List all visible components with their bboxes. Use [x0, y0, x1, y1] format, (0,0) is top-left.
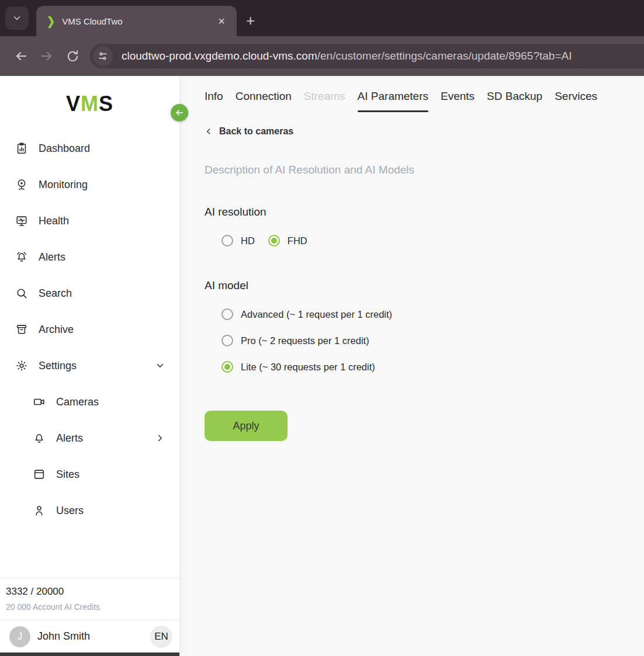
bell-icon — [33, 432, 46, 445]
sidebar-item-alerts[interactable]: Alerts — [0, 239, 179, 275]
sidebar-item-search[interactable]: Search — [0, 275, 179, 311]
ai-model-label: AI model — [205, 279, 644, 292]
forward-arrow-icon — [40, 49, 54, 63]
tab-close-icon[interactable]: × — [214, 14, 228, 28]
tab-events[interactable]: Events — [441, 90, 475, 112]
radio-fhd-selected[interactable] — [268, 235, 280, 247]
sidebar: VMS Dashboard Monitoring Health Alerts — [0, 76, 180, 656]
url-text: cloudtwo-prod.vxgdemo.cloud-vms.com/en/c… — [122, 50, 572, 63]
radio-hd-unselected[interactable] — [221, 235, 233, 247]
logo-letter-s: S — [99, 92, 113, 116]
user-row[interactable]: J John Smith EN — [0, 620, 179, 652]
sidebar-item-settings[interactable]: Settings — [0, 348, 179, 384]
new-tab-button[interactable]: + — [246, 13, 255, 28]
camera-tabs: Info Connection Streams AI Parameters Ev… — [205, 90, 644, 112]
radio-option-hd[interactable]: HD — [221, 235, 255, 247]
back-to-cameras-link[interactable]: Back to cameras — [205, 126, 293, 137]
arrow-left-icon — [175, 108, 184, 117]
back-arrow-icon — [14, 49, 28, 63]
chevron-left-icon — [205, 127, 213, 136]
radio-label: HD — [241, 235, 255, 247]
radio-option-advanced[interactable]: Advanced (~ 1 request per 1 credit) — [221, 308, 644, 320]
radio-label: Advanced (~ 1 request per 1 credit) — [241, 309, 392, 320]
sidebar-item-label: Health — [39, 215, 69, 227]
logo-letter-v: V — [66, 92, 81, 116]
sidebar-item-monitoring[interactable]: Monitoring — [0, 166, 179, 203]
apply-button[interactable]: Apply — [205, 411, 288, 441]
radio-option-fhd[interactable]: FHD — [268, 235, 307, 247]
sidebar-item-alerts-sub[interactable]: Alerts — [0, 420, 179, 456]
radio-label: Lite (~ 30 requests per 1 credit) — [241, 362, 375, 373]
chevron-down-icon — [155, 360, 165, 371]
radio-lite-selected[interactable] — [221, 361, 233, 373]
bell-ring-icon — [15, 251, 28, 263]
tab-sd-backup[interactable]: SD Backup — [487, 90, 542, 112]
sidebar-item-archive[interactable]: Archive — [0, 311, 179, 348]
sidebar-item-dashboard[interactable]: Dashboard — [0, 130, 179, 166]
avatar[interactable]: J — [9, 626, 30, 647]
tab-search-button[interactable] — [5, 6, 29, 30]
search-icon — [15, 287, 28, 300]
tab-ai-parameters[interactable]: AI Parameters — [358, 90, 428, 112]
user-name: John Smith — [37, 630, 90, 643]
tab-title: VMS CloudTwo — [62, 16, 214, 26]
ai-credits-panel: 3332 / 20000 20 000 Account AI Credits — [0, 578, 179, 620]
webcam-icon — [15, 178, 28, 191]
window-icon — [33, 468, 46, 481]
radio-advanced-unselected[interactable] — [221, 308, 233, 320]
back-link-label: Back to cameras — [219, 126, 293, 137]
url-domain: cloudtwo-prod.vxgdemo.cloud-vms.com — [122, 50, 317, 62]
sidebar-item-label: Cameras — [56, 396, 99, 408]
sidebar-collapse-button[interactable] — [171, 104, 188, 122]
logo-letter-m: M — [81, 92, 99, 116]
user-icon — [33, 504, 46, 517]
sidebar-item-cameras[interactable]: Cameras — [0, 384, 179, 420]
radio-option-pro[interactable]: Pro (~ 2 requests per 1 credit) — [221, 335, 644, 346]
ai-resolution-options: HD FHD — [205, 235, 644, 247]
sidebar-item-label: Archive — [39, 324, 74, 336]
gear-icon — [15, 359, 28, 372]
sidebar-item-label: Users — [56, 505, 84, 517]
sidebar-item-label: Alerts — [56, 432, 83, 445]
sidebar-item-health[interactable]: Health — [0, 203, 179, 239]
radio-label: Pro (~ 2 requests per 1 credit) — [241, 335, 369, 346]
browser-tab[interactable]: ❯ VMS CloudTwo × — [36, 6, 237, 36]
sidebar-item-users[interactable]: Users — [0, 492, 179, 529]
tab-streams: Streams — [304, 90, 345, 112]
sidebar-bottom-bar — [0, 652, 179, 656]
chevron-down-icon — [12, 13, 22, 23]
vms-logo: VMS — [0, 76, 179, 116]
forward-button[interactable] — [34, 49, 60, 63]
tab-info[interactable]: Info — [205, 90, 223, 112]
reload-icon — [66, 50, 79, 63]
back-button[interactable] — [8, 49, 34, 63]
ai-description-link[interactable]: Description of AI Resolution and AI Mode… — [205, 164, 414, 176]
ai-credits-usage: 3332 / 20000 — [6, 586, 172, 598]
tab-services[interactable]: Services — [555, 90, 597, 112]
browser-chrome: ❯ VMS CloudTwo × + cloudtwo-prod.vxgdemo… — [0, 0, 644, 76]
browser-toolbar: cloudtwo-prod.vxgdemo.cloud-vms.com/en/c… — [0, 36, 644, 76]
browser-tab-strip: ❯ VMS CloudTwo × + — [0, 0, 644, 36]
sidebar-item-label: Search — [39, 287, 72, 300]
sidebar-nav: Dashboard Monitoring Health Alerts Searc… — [0, 130, 179, 529]
sidebar-item-sites[interactable]: Sites — [0, 456, 179, 492]
tune-icon — [98, 51, 108, 61]
reload-button[interactable] — [60, 50, 85, 63]
sidebar-item-label: Settings — [39, 360, 77, 372]
sidebar-item-label: Monitoring — [39, 179, 88, 191]
video-camera-icon — [33, 395, 46, 408]
radio-option-lite[interactable]: Lite (~ 30 requests per 1 credit) — [221, 361, 644, 373]
health-monitor-icon — [15, 214, 28, 227]
dashboard-clipboard-icon — [15, 142, 28, 155]
ai-model-options: Advanced (~ 1 request per 1 credit) Pro … — [205, 308, 644, 373]
archive-box-icon — [15, 323, 28, 336]
sidebar-item-label: Sites — [56, 468, 79, 481]
language-badge[interactable]: EN — [150, 626, 172, 648]
radio-pro-unselected[interactable] — [221, 335, 233, 346]
camera-settings-content: Info Connection Streams AI Parameters Ev… — [180, 76, 644, 656]
sidebar-item-label: Dashboard — [39, 143, 90, 155]
url-bar[interactable]: cloudtwo-prod.vxgdemo.cloud-vms.com/en/c… — [90, 44, 644, 68]
site-settings-button[interactable] — [93, 46, 113, 66]
tab-connection[interactable]: Connection — [236, 90, 292, 112]
ai-credits-caption: 20 000 Account AI Credits — [6, 602, 172, 612]
